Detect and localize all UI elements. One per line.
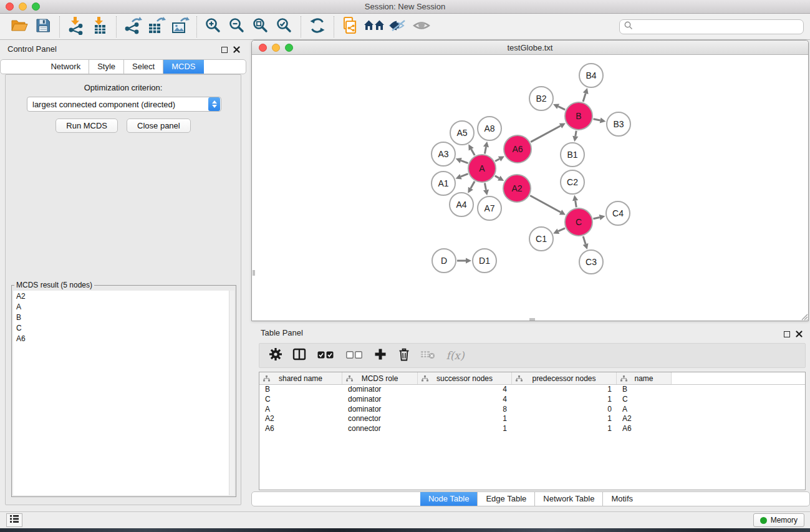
search-field[interactable] — [619, 19, 804, 34]
import-table-icon — [91, 16, 108, 37]
tab-motifs[interactable]: Motifs — [603, 492, 641, 506]
select-stepper-icon — [208, 97, 220, 111]
export-table-button[interactable] — [145, 16, 168, 37]
delete-columns-button[interactable] — [395, 347, 413, 364]
table-row[interactable]: Adominator80A — [259, 405, 805, 415]
svg-text:B1: B1 — [567, 150, 577, 160]
network-graph[interactable]: B4B2BB3A8A5A6A3B1AC2A1A2A4A7C4CC1C3DD1 — [253, 55, 808, 321]
home-view-button[interactable] — [362, 16, 386, 37]
zoom-selected-button[interactable] — [272, 16, 296, 37]
result-item[interactable]: A6 — [13, 333, 234, 344]
save-disk-icon — [35, 17, 51, 36]
create-column-button[interactable] — [372, 347, 389, 364]
close-panel-icon[interactable] — [233, 44, 240, 56]
export-network-button[interactable] — [121, 16, 145, 37]
tab-style[interactable]: Style — [89, 60, 124, 74]
column-header-MCDS-role[interactable]: MCDS role — [342, 372, 418, 384]
close-panel-button[interactable]: Close panel — [127, 118, 191, 133]
close-table-panel-icon[interactable] — [796, 329, 803, 340]
svg-text:B3: B3 — [613, 119, 624, 129]
network-canvas[interactable]: B4B2BB3A8A5A6A3B1AC2A1A2A4A7C4CC1C3DD1 — [253, 55, 808, 321]
table-cell: A — [259, 405, 342, 415]
column-header-name[interactable]: name — [617, 372, 672, 384]
column-header-shared-name[interactable]: shared name — [259, 372, 342, 384]
search-input[interactable] — [636, 22, 799, 31]
task-history-button[interactable] — [6, 513, 22, 527]
float-table-panel-icon[interactable] — [784, 331, 790, 337]
network-window-title: testGlobe.txt — [508, 43, 553, 52]
table-cell: A — [617, 405, 672, 415]
zoom-fit-button[interactable] — [249, 16, 272, 37]
search-icon — [624, 21, 633, 32]
select-all-columns-button[interactable] — [314, 347, 337, 364]
column-header-predecessor-nodes[interactable]: predecessor nodes — [512, 372, 617, 384]
table-settings-button[interactable] — [267, 347, 284, 364]
result-item[interactable]: A2 — [13, 291, 234, 301]
toolbar-separator — [59, 16, 60, 37]
zoom-in-button[interactable] — [201, 16, 225, 37]
column-header-filler — [672, 372, 805, 384]
memory-button[interactable]: Memory — [753, 513, 804, 527]
resize-grip-icon[interactable] — [799, 312, 808, 321]
tab-mcds[interactable]: MCDS — [163, 60, 203, 74]
svg-text:A3: A3 — [438, 149, 448, 159]
table-cell: B — [617, 385, 672, 395]
tab-network-table[interactable]: Network Table — [535, 492, 603, 506]
table-row[interactable]: Bdominator41B — [259, 385, 805, 395]
tab-edge-table[interactable]: Edge Table — [478, 492, 535, 506]
refresh-icon — [309, 17, 325, 36]
show-graphics-details-button[interactable] — [410, 16, 433, 37]
minimize-window-button[interactable] — [19, 2, 27, 11]
tab-network[interactable]: Network — [42, 60, 89, 74]
mcds-result-list[interactable]: A2ABCA6 — [13, 291, 234, 495]
table-cell: 4 — [418, 395, 512, 405]
export-image-button[interactable] — [168, 16, 192, 37]
export-network-icon — [123, 16, 142, 37]
save-session-button[interactable] — [31, 16, 55, 37]
network-window-titlebar[interactable]: testGlobe.txt — [252, 41, 808, 55]
column-header-successor-nodes[interactable]: successor nodes — [418, 372, 512, 384]
delete-table-button-disabled[interactable] — [419, 347, 436, 364]
optimization-criterion-select[interactable]: largest connected component (directed) — [27, 97, 221, 112]
table-row[interactable]: A6connector11A6 — [259, 424, 805, 434]
toolbar-separator — [196, 16, 197, 37]
tab-node-table[interactable]: Node Table — [420, 492, 478, 506]
open-session-button[interactable] — [7, 16, 31, 37]
node-table[interactable]: shared nameMCDS rolesuccessor nodesprede… — [259, 372, 806, 490]
deselect-all-columns-button[interactable] — [343, 347, 365, 364]
checked-boxes-icon — [317, 350, 334, 361]
svg-text:A2: A2 — [511, 183, 522, 193]
float-panel-icon[interactable] — [221, 47, 228, 53]
import-table-button[interactable] — [88, 16, 112, 37]
zoom-window-button[interactable] — [32, 2, 40, 11]
result-item[interactable]: B — [13, 312, 234, 322]
table-cell: 1 — [512, 385, 617, 395]
show-column-panel-button[interactable] — [291, 347, 308, 364]
refresh-view-button[interactable] — [306, 16, 329, 37]
table-cell: dominator — [342, 405, 418, 415]
minimize-network-button[interactable] — [272, 44, 280, 52]
export-table-icon — [147, 16, 166, 37]
result-scrollbar[interactable] — [229, 291, 234, 495]
close-network-button[interactable] — [259, 44, 267, 52]
svg-text:A1: A1 — [438, 178, 448, 188]
import-network-button[interactable] — [64, 16, 88, 37]
hide-graphics-details-button[interactable] — [386, 16, 410, 37]
table-cell-empty — [672, 395, 805, 405]
result-item[interactable]: A — [13, 301, 234, 312]
tab-select[interactable]: Select — [124, 60, 163, 74]
canvas-left-nub — [253, 270, 255, 276]
table-row[interactable]: A2connector11A2 — [259, 414, 805, 424]
run-mcds-button[interactable]: Run MCDS — [55, 118, 118, 133]
result-item[interactable]: C — [13, 322, 234, 333]
zoom-out-button[interactable] — [225, 16, 249, 37]
function-builder-button-disabled[interactable]: f(x) — [443, 347, 468, 364]
clone-network-button[interactable] — [339, 16, 362, 37]
control-panel-title: Control Panel — [7, 44, 57, 54]
zoom-network-button[interactable] — [285, 44, 293, 52]
table-row[interactable]: Cdominator41C — [259, 395, 805, 405]
svg-text:C1: C1 — [536, 234, 547, 244]
close-window-button[interactable] — [6, 2, 14, 11]
table-cell: 4 — [418, 385, 512, 395]
table-toolbar: f(x) — [259, 343, 806, 368]
